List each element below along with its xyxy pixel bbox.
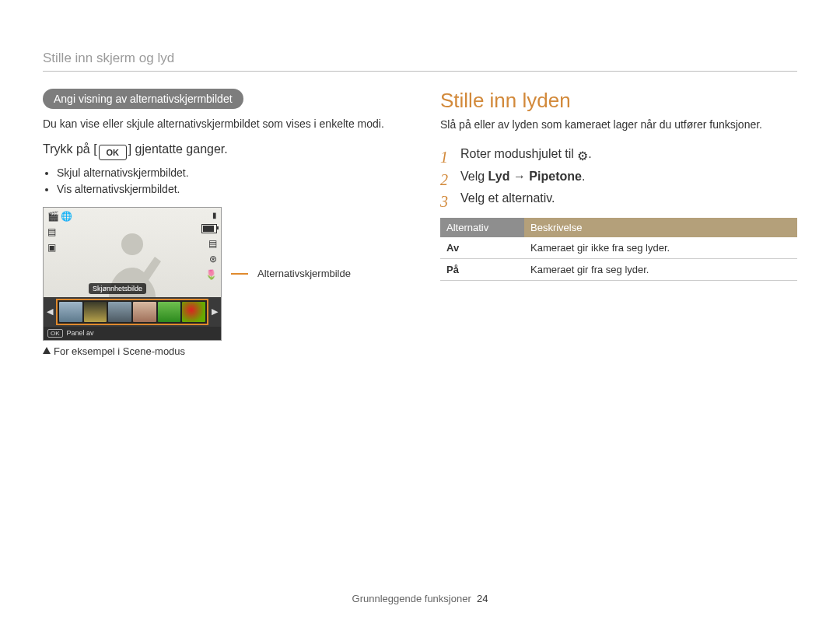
bullet-item: Vis alternativskjermbildet. <box>57 181 400 198</box>
page-footer: Grunnleggende funksjoner 24 <box>0 593 840 604</box>
globe-icon: 🌐 <box>61 211 72 222</box>
options-table: Alternativ Beskrivelse Av Kameraet gir i… <box>440 218 797 281</box>
table-cell-val: Kameraet gir fra seg lyder. <box>524 259 797 281</box>
step-bold: Lyd <box>488 170 510 183</box>
step-arrow: → <box>509 170 529 183</box>
camera-right-icons: ▮ ▤ ⊛ 🌷 <box>201 211 217 280</box>
step-list: 1 Roter modushjulet til ⚙. 2 Velg Lyd → … <box>440 143 797 210</box>
camera-bottom-text: Panel av <box>67 329 94 337</box>
section-pill: Angi visning av alternativskjermbildet <box>43 89 243 109</box>
size-icon: ▣ <box>47 242 72 253</box>
table-row: På Kameraet gir fra seg lyder. <box>440 259 797 281</box>
left-intro: Du kan vise eller skjule alternativskjer… <box>43 117 400 131</box>
caption-text: For eksempel i Scene-modus <box>54 345 185 357</box>
ok-key-icon: OK <box>99 145 127 160</box>
tile <box>108 302 131 322</box>
right-heading: Stille inn lyden <box>440 89 797 113</box>
movie-icon: 🎬 <box>47 211 59 222</box>
camera-left-icons: 🎬 🌐 ▤ ▣ <box>47 211 72 253</box>
left-column: Angi visning av alternativskjermbildet D… <box>43 89 400 357</box>
table-cell-key: Av <box>440 237 524 259</box>
memory-icon: ▤ <box>47 226 72 237</box>
camera-mode-badge: Skjønnhetsbilde <box>89 283 146 294</box>
content-columns: Angi visning av alternativskjermbildet D… <box>43 89 797 357</box>
tile <box>59 302 82 322</box>
step-item: 2 Velg Lyd → Pipetone. <box>440 166 797 188</box>
gear-icon: ⚙ <box>577 150 588 163</box>
press-suffix: ] gjentatte ganger. <box>128 142 228 156</box>
triangle-up-icon <box>43 347 51 354</box>
step-text: Velg et alternativ. <box>460 191 555 205</box>
page: Stille inn skjerm og lyd Angi visning av… <box>0 0 840 634</box>
chevron-right-icon: ▶ <box>210 306 219 317</box>
step-text: Velg <box>460 170 488 183</box>
step-bold: Pipetone <box>529 170 582 183</box>
tile <box>182 302 205 322</box>
step-item: 3 Velg et alternativ. <box>440 187 797 210</box>
step-suffix: . <box>582 170 585 183</box>
camera-preview: 🎬 🌐 ▤ ▣ ▮ ▤ ⊛ 🌷 <box>44 208 221 297</box>
ok-mini-icon: OK <box>47 329 63 338</box>
breadcrumb: Stille inn skjerm og lyd <box>43 51 797 66</box>
camera-option-row: ◀ ▶ <box>44 297 221 327</box>
table-header: Alternativ <box>440 218 524 237</box>
card-icon: ▤ <box>208 238 217 249</box>
right-column: Stille inn lyden Slå på eller av lyden s… <box>440 89 797 357</box>
battery-icon <box>201 224 217 233</box>
chevron-left-icon: ◀ <box>45 306 54 317</box>
callout-line <box>231 273 248 275</box>
table-cell-key: På <box>440 259 524 281</box>
page-number: 24 <box>477 593 488 604</box>
camera-bottom-bar: OK Panel av <box>44 327 221 340</box>
camera-caption: For eksempel i Scene-modus <box>43 345 400 357</box>
press-prefix: Trykk på [ <box>43 142 97 156</box>
tile <box>158 302 181 322</box>
table-header: Beskrivelse <box>524 218 797 237</box>
camera-screen: 🎬 🌐 ▤ ▣ ▮ ▤ ⊛ 🌷 <box>43 207 222 341</box>
table-row: Av Kameraet gir ikke fra seg lyder. <box>440 237 797 259</box>
step-item: 1 Roter modushjulet til ⚙. <box>440 143 797 166</box>
press-instruction: Trykk på [OK] gjentatte ganger. <box>43 142 400 160</box>
tile <box>84 302 107 322</box>
macro-icon: 🌷 <box>205 269 217 280</box>
bullet-list: Skjul alternativskjermbildet. Vis altern… <box>43 165 400 198</box>
flash-icon: ⊛ <box>209 254 217 264</box>
right-intro: Slå på eller av lyden som kameraet lager… <box>440 117 797 132</box>
footer-section: Grunnleggende funksjoner <box>352 593 471 604</box>
table-cell-val: Kameraet gir ikke fra seg lyder. <box>524 237 797 259</box>
separator <box>43 71 797 72</box>
camera-tiles <box>56 299 208 325</box>
signal-icon: ▮ <box>212 211 217 219</box>
step-text: Roter modushjulet til <box>460 147 577 160</box>
bullet-item: Skjul alternativskjermbildet. <box>57 165 400 181</box>
step-suffix: . <box>588 147 591 160</box>
callout-label: Alternativskjermbilde <box>257 268 351 279</box>
camera-illustration: 🎬 🌐 ▤ ▣ ▮ ▤ ⊛ 🌷 <box>43 207 400 341</box>
tile <box>133 302 156 322</box>
step-number: 3 <box>440 187 448 215</box>
